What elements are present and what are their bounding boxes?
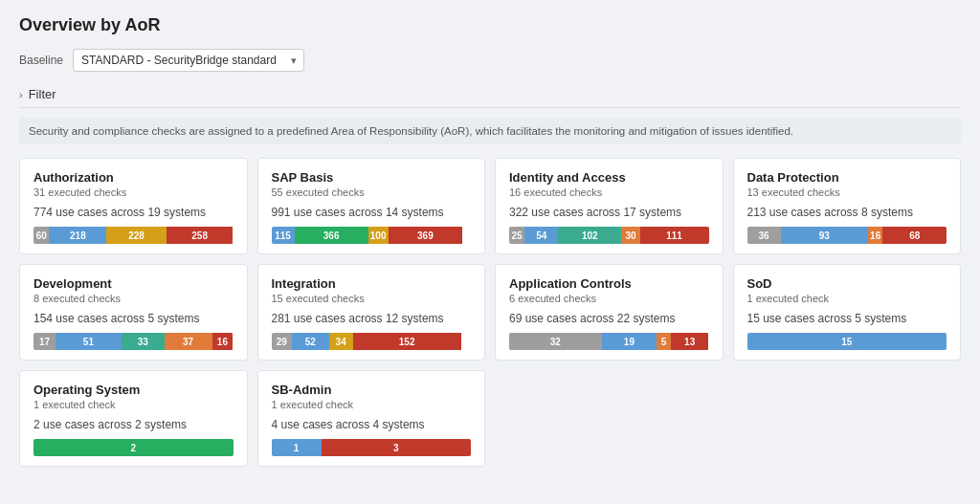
card-title-operating-system: Operating System xyxy=(33,383,234,397)
card-title-authorization: Authorization xyxy=(33,170,234,185)
card-bar-integration: 295234152 xyxy=(272,333,472,350)
card-bar-authorization: 60218228258 xyxy=(33,227,234,244)
bar-segment-c-red: 152 xyxy=(353,333,461,350)
bar-segment-c-red: 258 xyxy=(167,227,234,244)
card-data-protection[interactable]: Data Protection13 executed checks213 use… xyxy=(733,158,962,254)
card-usecases-integration: 281 use cases across 12 systems xyxy=(272,312,472,325)
bar-segment-c-red: 111 xyxy=(640,227,709,244)
card-authorization[interactable]: Authorization31 executed checks774 use c… xyxy=(19,158,248,254)
baseline-label: Baseline xyxy=(19,54,63,67)
bar-segment-c-red: 13 xyxy=(671,333,708,350)
bar-segment-c-gray: 29 xyxy=(272,333,292,350)
bar-segment-c-teal: 33 xyxy=(122,333,165,350)
card-sap-basis[interactable]: SAP Basis55 executed checks991 use cases… xyxy=(257,158,486,254)
card-title-application-controls: Application Controls xyxy=(509,276,709,291)
card-usecases-application-controls: 69 use cases across 22 systems xyxy=(509,312,709,325)
card-title-sod: SoD xyxy=(747,276,947,291)
card-checks-sap-basis: 55 executed checks xyxy=(272,186,472,198)
bar-segment-c-teal: 102 xyxy=(558,227,621,244)
bar-segment-c-green: 366 xyxy=(295,227,368,244)
card-development[interactable]: Development8 executed checks154 use case… xyxy=(19,264,248,361)
card-application-controls[interactable]: Application Controls6 executed checks69 … xyxy=(495,264,724,361)
card-title-development: Development xyxy=(33,276,234,291)
bar-segment-c-gray: 25 xyxy=(509,227,524,244)
baseline-select[interactable]: STANDARD - SecurityBridge standard xyxy=(73,49,304,72)
bar-segment-c-blue: 19 xyxy=(602,333,657,350)
bar-segment-c-gray: 17 xyxy=(33,333,56,350)
card-title-identity-access: Identity and Access xyxy=(509,170,709,185)
bar-segment-c-red: 3 xyxy=(322,439,471,456)
filter-chevron-icon: › xyxy=(19,89,23,100)
card-bar-application-controls: 3219513 xyxy=(509,333,709,350)
card-title-sb-admin: SB-Admin xyxy=(272,383,472,397)
filter-row[interactable]: › Filter xyxy=(19,81,961,108)
bar-segment-c-orange: 16 xyxy=(868,227,883,244)
card-checks-integration: 15 executed checks xyxy=(272,293,472,304)
baseline-row: Baseline STANDARD - SecurityBridge stand… xyxy=(19,49,961,72)
bar-segment-c-blue: 15 xyxy=(747,333,947,350)
card-sod[interactable]: SoD1 executed check15 use cases across 5… xyxy=(733,264,962,361)
bar-segment-c-yellow: 228 xyxy=(106,227,167,244)
card-checks-data-protection: 13 executed checks xyxy=(747,186,947,198)
bar-segment-c-orange: 30 xyxy=(621,227,639,244)
card-usecases-authorization: 774 use cases across 19 systems xyxy=(33,206,234,219)
card-bar-development: 1751333716 xyxy=(33,333,234,350)
card-checks-authorization: 31 executed checks xyxy=(33,186,234,198)
card-usecases-sap-basis: 991 use cases across 14 systems xyxy=(272,206,472,219)
bar-segment-c-green: 2 xyxy=(33,439,234,456)
bar-segment-c-gray: 32 xyxy=(509,333,602,350)
card-bar-identity-access: 255410230111 xyxy=(509,227,709,244)
card-title-sap-basis: SAP Basis xyxy=(272,170,472,185)
bar-segment-c-blue: 52 xyxy=(292,333,329,350)
baseline-select-wrapper[interactable]: STANDARD - SecurityBridge standard xyxy=(73,49,304,72)
card-usecases-identity-access: 322 use cases across 17 systems xyxy=(509,206,709,219)
info-text: Security and compliance checks are assig… xyxy=(19,118,961,144)
card-title-integration: Integration xyxy=(272,276,472,291)
cards-grid: Authorization31 executed checks774 use c… xyxy=(19,158,961,467)
bar-segment-c-red: 16 xyxy=(212,333,234,350)
card-usecases-sb-admin: 4 use cases across 4 systems xyxy=(272,418,472,431)
bar-segment-c-blue: 115 xyxy=(272,227,295,244)
card-title-data-protection: Data Protection xyxy=(747,170,947,185)
bar-segment-c-blue: 1 xyxy=(272,439,322,456)
card-checks-sod: 1 executed check xyxy=(747,293,947,304)
bar-segment-c-blue: 54 xyxy=(524,227,558,244)
card-usecases-data-protection: 213 use cases across 8 systems xyxy=(747,206,947,219)
card-operating-system[interactable]: Operating System1 executed check2 use ca… xyxy=(19,370,248,467)
card-identity-access[interactable]: Identity and Access16 executed checks322… xyxy=(495,158,724,254)
card-checks-application-controls: 6 executed checks xyxy=(509,293,709,304)
card-checks-sb-admin: 1 executed check xyxy=(272,399,472,410)
bar-segment-c-orange: 5 xyxy=(657,333,671,350)
bar-segment-c-orange: 37 xyxy=(165,333,212,350)
card-integration[interactable]: Integration15 executed checks281 use cas… xyxy=(257,264,486,361)
bar-segment-c-gray: 36 xyxy=(747,227,781,244)
card-checks-operating-system: 1 executed check xyxy=(33,399,234,410)
bar-segment-c-yellow: 34 xyxy=(329,333,353,350)
bar-segment-c-red: 369 xyxy=(389,227,463,244)
card-bar-sod: 15 xyxy=(747,333,947,350)
bar-segment-c-gray: 60 xyxy=(33,227,49,244)
page-title: Overview by AoR xyxy=(19,15,961,35)
bar-segment-c-blue: 93 xyxy=(781,227,868,244)
bar-segment-c-red: 68 xyxy=(882,227,947,244)
card-usecases-development: 154 use cases across 5 systems xyxy=(33,312,234,325)
bar-segment-c-blue: 218 xyxy=(49,227,106,244)
card-bar-operating-system: 2 xyxy=(33,439,234,456)
bar-segment-c-yellow: 100 xyxy=(368,227,389,244)
card-usecases-sod: 15 use cases across 5 systems xyxy=(747,312,947,325)
card-bar-sap-basis: 115366100369 xyxy=(272,227,472,244)
card-sb-admin[interactable]: SB-Admin1 executed check4 use cases acro… xyxy=(257,370,486,467)
filter-label: Filter xyxy=(29,87,56,101)
card-checks-development: 8 executed checks xyxy=(33,293,234,304)
card-usecases-operating-system: 2 use cases across 2 systems xyxy=(33,418,234,431)
card-checks-identity-access: 16 executed checks xyxy=(509,186,709,198)
card-bar-sb-admin: 13 xyxy=(272,439,472,456)
card-bar-data-protection: 36931668 xyxy=(747,227,947,244)
bar-segment-c-blue: 51 xyxy=(56,333,122,350)
